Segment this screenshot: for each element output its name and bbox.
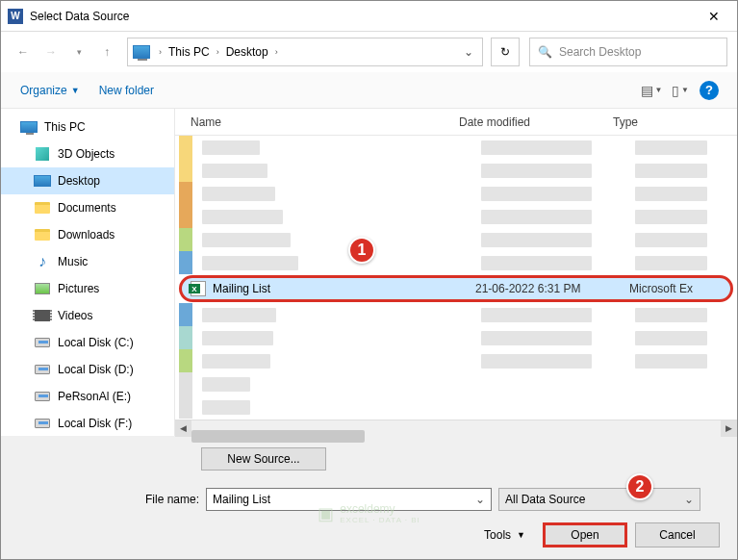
toolbar: Organize ▼ New folder ▤▼ ▯▼ ? bbox=[1, 72, 737, 109]
column-date[interactable]: Date modified bbox=[459, 115, 613, 129]
disk-icon bbox=[34, 416, 51, 431]
tree-item-desktop[interactable]: Desktop bbox=[1, 167, 174, 194]
chevron-down-icon: ▼ bbox=[517, 530, 525, 540]
filename-input[interactable]: Mailing List ⌄ bbox=[206, 488, 492, 511]
horizontal-scrollbar[interactable]: ◀ ▶ bbox=[175, 420, 737, 436]
open-button[interactable]: Open bbox=[543, 522, 627, 547]
list-item[interactable] bbox=[175, 228, 737, 251]
tree-item-downloads[interactable]: Downloads bbox=[1, 221, 174, 248]
forward-button: → bbox=[38, 39, 64, 64]
close-button[interactable]: ✕ bbox=[695, 3, 733, 30]
chevron-down-icon[interactable]: ⌄ bbox=[475, 493, 485, 506]
disk-icon bbox=[34, 335, 51, 350]
organize-button[interactable]: Organize ▼ bbox=[14, 80, 86, 101]
tree-item-3d-objects[interactable]: 3D Objects bbox=[1, 140, 174, 167]
list-item[interactable] bbox=[175, 182, 737, 205]
tree-item-documents[interactable]: Documents bbox=[1, 194, 174, 221]
new-source-button[interactable]: New Source... bbox=[201, 447, 326, 471]
list-item[interactable] bbox=[175, 159, 737, 182]
tree-item-local-disk-f-[interactable]: Local Disk (F:) bbox=[1, 410, 174, 436]
monitor-icon bbox=[20, 119, 38, 135]
file-list: Name Date modified Type Mailing List21-0… bbox=[174, 109, 737, 436]
filename-label: File name: bbox=[18, 493, 199, 506]
desktop-icon bbox=[34, 173, 51, 189]
column-type[interactable]: Type bbox=[613, 115, 737, 129]
chevron-right-icon: › bbox=[214, 47, 222, 57]
column-name[interactable]: Name bbox=[175, 115, 459, 129]
list-item[interactable] bbox=[175, 395, 737, 419]
callout-2: 2 bbox=[626, 473, 653, 500]
help-icon: ? bbox=[700, 81, 719, 100]
folder-icon bbox=[34, 227, 51, 242]
dialog-title: Select Data Source bbox=[30, 10, 695, 23]
disk-icon bbox=[34, 362, 51, 377]
scroll-left-icon[interactable]: ◀ bbox=[175, 420, 191, 437]
tree-item-local-disk-c-[interactable]: Local Disk (C:) bbox=[1, 329, 174, 356]
list-item[interactable] bbox=[175, 349, 737, 372]
chevron-down-icon: ⌄ bbox=[684, 493, 694, 506]
disk-icon bbox=[34, 389, 51, 404]
help-button[interactable]: ? bbox=[697, 79, 722, 102]
file-filter-combo[interactable]: All Data Source ⌄ 2 bbox=[498, 488, 700, 511]
tree-item-personal-e-[interactable]: PeRsonAl (E:) bbox=[1, 383, 174, 410]
scroll-right-icon[interactable]: ▶ bbox=[721, 420, 737, 437]
excel-file-icon bbox=[191, 281, 206, 296]
address-dropdown-icon[interactable]: ⌄ bbox=[460, 45, 477, 59]
tools-dropdown[interactable]: Tools ▼ bbox=[484, 528, 525, 542]
list-item[interactable] bbox=[175, 326, 737, 349]
file-rows: Mailing List21-06-2022 6:31 PMMicrosoft … bbox=[175, 136, 737, 419]
crumb-desktop[interactable]: Desktop bbox=[222, 45, 272, 59]
search-icon: 🔍 bbox=[538, 45, 552, 59]
body-area: This PC3D ObjectsDesktopDocumentsDownloa… bbox=[1, 109, 737, 436]
word-app-icon: W bbox=[8, 9, 23, 24]
vid-icon bbox=[34, 308, 51, 323]
cube3d-icon bbox=[34, 146, 51, 162]
nav-tree[interactable]: This PC3D ObjectsDesktopDocumentsDownloa… bbox=[1, 109, 174, 436]
column-headers: Name Date modified Type bbox=[175, 109, 737, 136]
preview-pane-button[interactable]: ▯▼ bbox=[668, 79, 693, 102]
refresh-button[interactable]: ↻ bbox=[491, 38, 520, 66]
chevron-right-icon: › bbox=[156, 47, 165, 57]
chevron-right-icon: › bbox=[272, 47, 281, 57]
search-placeholder: Search Desktop bbox=[559, 45, 641, 59]
pic-icon bbox=[34, 281, 51, 296]
pc-icon bbox=[133, 45, 150, 59]
view-mode-button[interactable]: ▤▼ bbox=[639, 79, 664, 102]
back-button[interactable]: ← bbox=[11, 39, 36, 64]
up-button[interactable]: ↑ bbox=[94, 39, 119, 64]
recent-dropdown[interactable]: ▾ bbox=[66, 39, 91, 64]
list-item[interactable] bbox=[175, 251, 737, 274]
chevron-down-icon: ▼ bbox=[71, 86, 80, 95]
list-item[interactable] bbox=[175, 136, 737, 159]
titlebar: W Select Data Source ✕ bbox=[1, 1, 737, 32]
folder-icon bbox=[34, 200, 51, 216]
music-icon: ♪ bbox=[34, 254, 51, 269]
tree-item-music[interactable]: ♪Music bbox=[1, 248, 174, 275]
tree-item-videos[interactable]: Videos bbox=[1, 302, 174, 329]
list-item[interactable] bbox=[175, 205, 737, 228]
scrollbar-thumb[interactable] bbox=[191, 430, 365, 443]
footer: New Source... File name: Mailing List ⌄ … bbox=[1, 436, 737, 560]
address-bar[interactable]: › This PC › Desktop › ⌄ bbox=[127, 38, 483, 66]
cancel-button[interactable]: Cancel bbox=[635, 522, 720, 547]
search-input[interactable]: 🔍 Search Desktop bbox=[529, 38, 727, 66]
callout-1: 1 bbox=[348, 237, 375, 264]
file-row-selected[interactable]: Mailing List21-06-2022 6:31 PMMicrosoft … bbox=[179, 275, 733, 302]
nav-bar: ← → ▾ ↑ › This PC › Desktop › ⌄ ↻ 🔍 Sear… bbox=[1, 32, 737, 72]
tree-item-local-disk-d-[interactable]: Local Disk (D:) bbox=[1, 356, 174, 383]
crumb-this-pc[interactable]: This PC bbox=[165, 45, 214, 59]
list-item[interactable] bbox=[175, 372, 737, 395]
list-item[interactable] bbox=[175, 303, 737, 326]
tree-item-this-pc[interactable]: This PC bbox=[1, 114, 174, 140]
new-folder-button[interactable]: New folder bbox=[93, 80, 160, 101]
tree-item-pictures[interactable]: Pictures bbox=[1, 275, 174, 302]
